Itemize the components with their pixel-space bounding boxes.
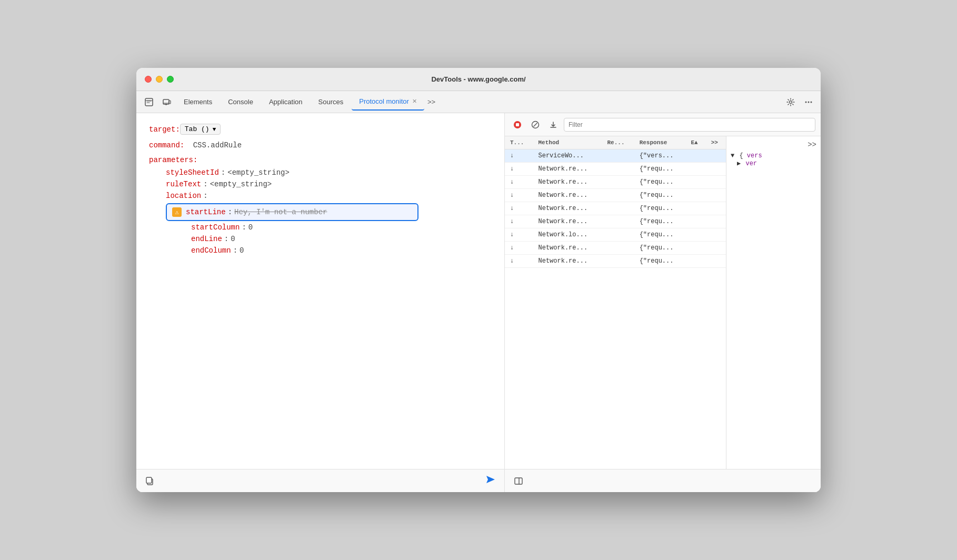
more-tabs-icon[interactable]: >> xyxy=(427,98,435,106)
row-type: ↓ xyxy=(505,163,533,176)
col-method[interactable]: Method xyxy=(533,136,602,149)
row-method: Network.re... xyxy=(533,189,602,202)
row-request xyxy=(602,189,634,202)
target-row: target: Tab () ▼ xyxy=(149,124,492,135)
left-panel: target: Tab () ▼ command: CSS.addRule pa… xyxy=(136,113,505,492)
table-row[interactable]: ↓ Network.re... {"requ... xyxy=(505,242,726,255)
row-response: {"requ... xyxy=(634,163,686,176)
col-extra[interactable]: E▲ xyxy=(685,136,705,149)
chevron-down-icon: ▼ xyxy=(213,126,216,133)
clear-icon[interactable] xyxy=(528,117,543,132)
send-icon[interactable] xyxy=(484,474,496,488)
col-request[interactable]: Re... xyxy=(602,136,634,149)
table-row[interactable]: ↓ Network.re... {"requ... xyxy=(505,176,726,189)
tab-protocol-monitor[interactable]: Protocol monitor ✕ xyxy=(352,94,424,111)
field-start-column: startColumn : 0 xyxy=(191,223,492,232)
record-stop-icon[interactable] xyxy=(510,117,525,132)
svg-rect-11 xyxy=(146,477,152,483)
row-extra xyxy=(685,255,705,268)
close-button[interactable] xyxy=(145,76,152,83)
field-style-sheet-id: styleSheetId : <empty_string> xyxy=(166,168,492,177)
row-response: {"vers... xyxy=(634,149,686,163)
row-request xyxy=(602,176,634,189)
warning-icon: ⚠ xyxy=(172,207,182,217)
detail-tree: ▼ { vers ▶ ver xyxy=(731,152,816,167)
right-panel: T... Method Re... Response E▲ >> ↓ xyxy=(505,113,821,492)
row-extra xyxy=(685,163,705,176)
row-type: ↓ xyxy=(505,176,533,189)
row-request xyxy=(602,228,634,242)
target-dropdown[interactable]: Tab () ▼ xyxy=(180,124,221,135)
gear-icon[interactable] xyxy=(783,94,799,110)
row-response: {"requ... xyxy=(634,202,686,215)
svg-rect-0 xyxy=(145,98,153,106)
row-response: {"requ... xyxy=(634,242,686,255)
filter-input[interactable] xyxy=(564,118,815,132)
right-toolbar xyxy=(505,113,821,136)
row-type: ↓ xyxy=(505,228,533,242)
row-type: ↓ xyxy=(505,215,533,228)
col-response[interactable]: Response xyxy=(634,136,686,149)
row-response: {"requ... xyxy=(634,228,686,242)
row-method: Network.re... xyxy=(533,202,602,215)
tabs-right-icons xyxy=(783,94,816,110)
tab-console[interactable]: Console xyxy=(221,94,261,111)
tab-application[interactable]: Application xyxy=(262,94,310,111)
row-extra xyxy=(685,176,705,189)
svg-point-9 xyxy=(811,101,812,103)
parameters-row: parameters: xyxy=(149,156,492,164)
svg-point-7 xyxy=(805,101,807,103)
svg-point-6 xyxy=(790,101,792,103)
svg-rect-2 xyxy=(169,101,171,104)
expand-detail-icon[interactable]: >> xyxy=(808,141,816,149)
svg-rect-1 xyxy=(163,99,169,104)
row-more xyxy=(706,189,726,202)
row-method: Network.lo... xyxy=(533,228,602,242)
row-method: Network.re... xyxy=(533,242,602,255)
table-row[interactable]: ↓ Network.re... {"requ... xyxy=(505,255,726,268)
three-dots-icon[interactable] xyxy=(801,94,816,110)
side-panel-icon[interactable] xyxy=(511,474,526,488)
expand-triangle-icon[interactable]: ▶ xyxy=(737,160,741,167)
table-row[interactable]: ↓ Network.re... {"requ... xyxy=(505,215,726,228)
row-more xyxy=(706,202,726,215)
left-panel-content: target: Tab () ▼ command: CSS.addRule pa… xyxy=(136,113,504,469)
copy-icon[interactable] xyxy=(145,476,154,486)
col-more[interactable]: >> xyxy=(706,136,726,149)
tab-elements[interactable]: Elements xyxy=(176,94,220,111)
table-row[interactable]: ↓ ServiceWo... {"vers... xyxy=(505,149,726,163)
table-row[interactable]: ↓ Network.re... {"requ... xyxy=(505,202,726,215)
download-icon[interactable] xyxy=(546,117,561,132)
maximize-button[interactable] xyxy=(167,76,174,83)
row-response: {"requ... xyxy=(634,176,686,189)
col-type[interactable]: T... xyxy=(505,136,533,149)
start-line-value: Hey, I'm not a number xyxy=(234,208,327,216)
field-start-line-highlighted[interactable]: ⚠ startLine : Hey, I'm not a number xyxy=(166,203,418,221)
right-bottom-toolbar xyxy=(505,469,821,492)
row-request xyxy=(602,255,634,268)
table-row[interactable]: ↓ Network.re... {"requ... xyxy=(505,189,726,202)
cursor-icon[interactable] xyxy=(141,94,157,111)
table-row[interactable]: ↓ Network.re... {"requ... xyxy=(505,163,726,176)
collapse-triangle-icon[interactable]: ▼ xyxy=(731,152,734,159)
left-toolbar xyxy=(136,469,504,492)
tab-sources[interactable]: Sources xyxy=(311,94,351,111)
detail-panel: >> ▼ { vers ▶ ver xyxy=(726,136,821,469)
svg-rect-16 xyxy=(516,123,519,126)
detail-header: >> xyxy=(731,141,816,149)
svg-marker-12 xyxy=(486,476,495,483)
row-response: {"requ... xyxy=(634,255,686,268)
row-extra xyxy=(685,215,705,228)
table-row[interactable]: ↓ Network.lo... {"requ... xyxy=(505,228,726,242)
tab-close-icon[interactable]: ✕ xyxy=(412,98,417,105)
row-response: {"requ... xyxy=(634,189,686,202)
command-key-label: command: xyxy=(149,141,184,149)
command-row: command: CSS.addRule xyxy=(149,141,492,149)
row-type: ↓ xyxy=(505,149,533,163)
tabs-bar: Elements Console Application Sources Pro… xyxy=(136,91,821,113)
target-key-label: target: xyxy=(149,125,180,134)
parameters-key-label: parameters: xyxy=(149,156,197,164)
row-more xyxy=(706,215,726,228)
minimize-button[interactable] xyxy=(156,76,163,83)
device-icon[interactable] xyxy=(158,94,175,111)
